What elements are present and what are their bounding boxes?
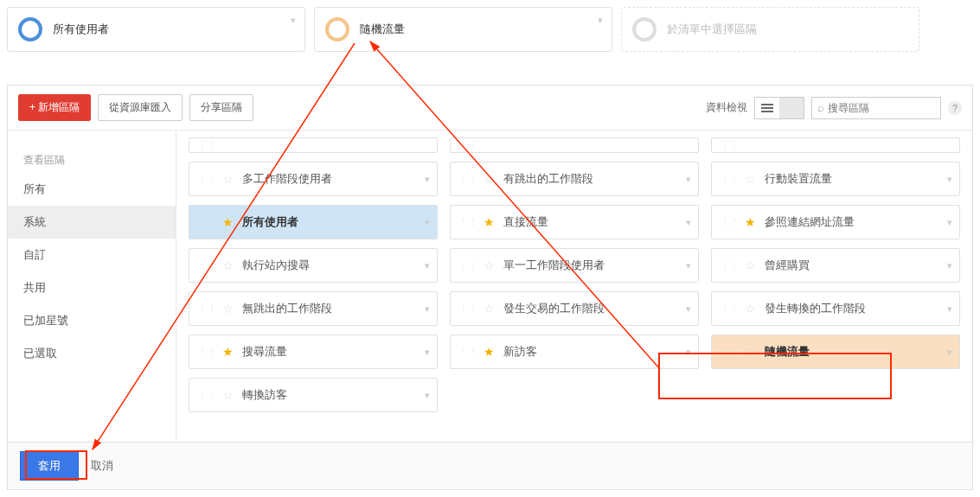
segment-card[interactable]: ⋮⋮☆有跳出的工作階段▾ [450,162,699,196]
segment-card[interactable]: ⋮⋮☆隨機流量▾ [711,335,960,369]
star-icon[interactable]: ★ [484,345,495,359]
star-icon[interactable]: ★ [745,215,756,229]
segment-label: 發生交易的工作階段 [503,301,605,316]
segments-panel: + 新增區隔 從資源庫匯入 分享區隔 資料檢視 ⌕ ? 查看區隔 所有系統自訂共… [7,85,973,490]
grid-icon [779,98,804,118]
sidebar-item[interactable]: 系統 [8,206,176,239]
chevron-down-icon[interactable]: ▾ [425,347,430,358]
star-icon[interactable]: ☆ [222,258,234,272]
drag-handle-icon[interactable]: ⋮⋮ [459,177,478,181]
segment-label: 曾經購買 [765,258,810,273]
drag-handle-icon[interactable]: ⋮⋮ [721,264,740,267]
search-input[interactable] [828,102,935,114]
drag-handle-icon[interactable]: ⋮⋮ [721,307,740,310]
circle-icon [632,17,657,41]
new-segment-button[interactable]: + 新增區隔 [18,94,91,121]
selector-random-traffic[interactable]: 隨機流量 ▾ [314,7,612,52]
chevron-down-icon[interactable]: ▾ [425,390,430,401]
segment-card[interactable]: ⋮⋮★直接流量▾ [450,205,699,239]
chevron-down-icon[interactable]: ▾ [686,347,691,358]
chevron-down-icon[interactable]: ▾ [425,217,430,228]
grid-view-button[interactable] [779,98,804,118]
import-library-button[interactable]: 從資源庫匯入 [98,94,183,121]
sidebar-item[interactable]: 共用 [8,271,176,304]
drag-handle-icon[interactable]: ⋮⋮ [198,220,217,224]
star-icon[interactable]: ☆ [745,302,756,315]
chevron-down-icon[interactable]: ▾ [425,303,430,315]
list-view-button[interactable] [755,98,779,118]
drag-handle-icon[interactable]: ⋮⋮ [198,307,217,310]
segment-card[interactable]: ⋮⋮☆多工作階段使用者▾ [189,162,438,196]
segment-card[interactable]: ⋮⋮★參照連結網址流量▾ [711,205,960,239]
drag-handle-icon[interactable]: ⋮⋮ [721,220,740,224]
segment-card[interactable]: ⋮⋮☆轉換訪客▾ [189,378,438,412]
drag-handle-icon[interactable]: ⋮⋮ [721,350,740,354]
drag-handle-icon[interactable]: ⋮⋮ [459,264,478,267]
circle-icon [325,17,349,41]
segment-card[interactable]: ⋮⋮★所有使用者▾ [189,205,438,239]
selector-all-users[interactable]: 所有使用者 ▾ [7,7,305,52]
drag-handle-icon[interactable]: ⋮⋮ [459,307,478,310]
star-icon[interactable]: ☆ [745,258,756,272]
selector-choose-segment[interactable]: 於清單中選擇區隔 [621,7,919,52]
segment-card[interactable]: ⋮⋮☆曾經購買▾ [711,248,960,283]
chevron-down-icon[interactable]: ▾ [686,174,691,185]
chevron-down-icon[interactable]: ▾ [947,347,952,358]
chevron-down-icon[interactable]: ▾ [947,217,952,228]
drag-handle-icon[interactable]: ⋮⋮ [198,177,217,181]
sidebar-item[interactable]: 所有 [8,173,176,206]
star-icon[interactable]: ☆ [222,388,234,402]
chevron-down-icon[interactable]: ▾ [947,260,952,271]
drag-handle-icon[interactable]: ⋮⋮ [198,264,217,267]
segment-card[interactable]: ⋮⋮★搜尋流量▾ [189,335,438,369]
segment-card[interactable]: ⋮⋮☆執行站內搜尋▾ [189,248,438,283]
apply-button[interactable]: 套用 [20,451,79,481]
star-icon[interactable]: ☆ [484,302,495,315]
segment-card[interactable]: ⋮⋮★新訪客▾ [450,335,699,369]
list-icon [755,98,779,118]
help-icon[interactable]: ? [948,101,962,115]
star-icon[interactable]: ★ [484,215,495,229]
search-icon: ⌕ [817,101,824,114]
chevron-down-icon[interactable]: ▾ [425,260,430,271]
star-icon[interactable]: ☆ [484,258,495,272]
star-icon[interactable]: ☆ [745,172,756,186]
chevron-down-icon[interactable]: ▾ [947,303,952,315]
drag-handle-icon[interactable]: ⋮⋮ [198,350,217,354]
drag-handle-icon[interactable]: ⋮⋮ [721,177,740,181]
drag-handle-icon[interactable]: ⋮⋮ [198,393,217,397]
segment-label: 直接流量 [503,214,548,230]
star-icon[interactable]: ★ [222,215,234,229]
sidebar-item[interactable]: 已選取 [8,337,176,370]
sidebar-item[interactable]: 自訂 [8,239,176,271]
segment-card-partial: ⋮⋮ [711,137,960,153]
drag-handle-icon[interactable]: ⋮⋮ [459,350,478,354]
sidebar-item[interactable]: 已加星號 [8,304,176,337]
star-icon[interactable]: ☆ [484,172,495,186]
star-icon[interactable]: ★ [222,345,234,359]
segment-label: 所有使用者 [242,214,298,230]
chevron-down-icon[interactable]: ▾ [686,260,691,271]
segment-card[interactable]: ⋮⋮☆無跳出的工作階段▾ [189,291,438,326]
share-segment-button[interactable]: 分享區隔 [189,94,253,121]
segment-card-partial: ⋮⋮ [189,137,438,153]
star-icon[interactable]: ☆ [222,302,234,315]
segment-card[interactable]: ⋮⋮☆行動裝置流量▾ [711,162,960,196]
chevron-down-icon[interactable]: ▾ [686,303,691,315]
selector-label: 隨機流量 [360,22,405,37]
segment-card[interactable]: ⋮⋮☆單一工作階段使用者▾ [450,248,699,283]
segment-card[interactable]: ⋮⋮☆發生交易的工作階段▾ [450,291,699,326]
chevron-down-icon[interactable]: ▾ [686,217,691,228]
view-label: 資料檢視 [706,100,747,115]
chevron-down-icon[interactable]: ▾ [947,174,952,185]
view-toggle [754,97,804,119]
chevron-down-icon: ▾ [598,15,603,26]
circle-icon [18,17,42,41]
drag-handle-icon[interactable]: ⋮⋮ [459,220,478,224]
cancel-button[interactable]: 取消 [91,458,113,474]
segment-card[interactable]: ⋮⋮☆發生轉換的工作階段▾ [711,291,960,326]
star-icon[interactable]: ☆ [745,345,756,359]
star-icon[interactable]: ☆ [222,172,234,186]
chevron-down-icon[interactable]: ▾ [425,174,430,185]
top-selectors: 所有使用者 ▾ 隨機流量 ▾ 於清單中選擇區隔 [0,0,980,59]
